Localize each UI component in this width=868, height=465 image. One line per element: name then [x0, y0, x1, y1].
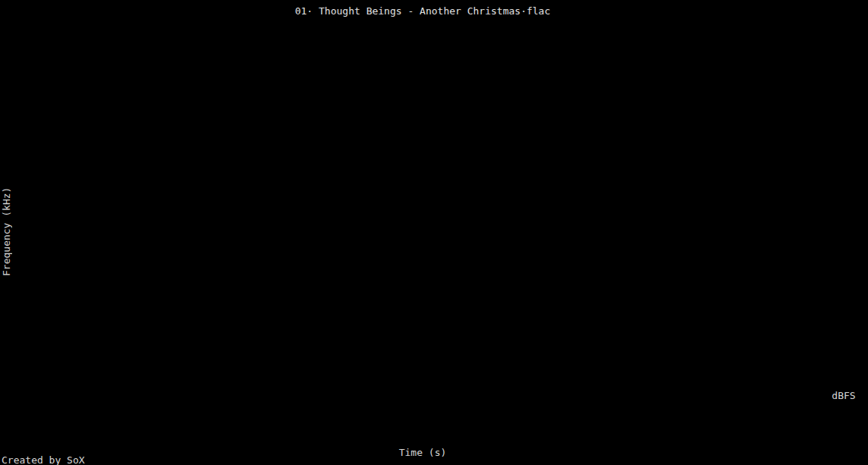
sox-spectrogram-image: 01· Thought Beings - Another Christmas·f…	[0, 0, 868, 465]
spectrogram-right-channel	[43, 234, 802, 432]
credit: Created by SoX	[2, 454, 85, 465]
spectrogram-left-channel	[43, 33, 802, 232]
x-axis-title: Time (s)	[43, 447, 802, 458]
colorbar	[830, 83, 841, 384]
colorbar-unit: dBFS	[827, 390, 860, 401]
page-title: 01· Thought Beings - Another Christmas·f…	[43, 5, 802, 17]
y-axis-title: Frequency (kHz)	[1, 167, 14, 296]
